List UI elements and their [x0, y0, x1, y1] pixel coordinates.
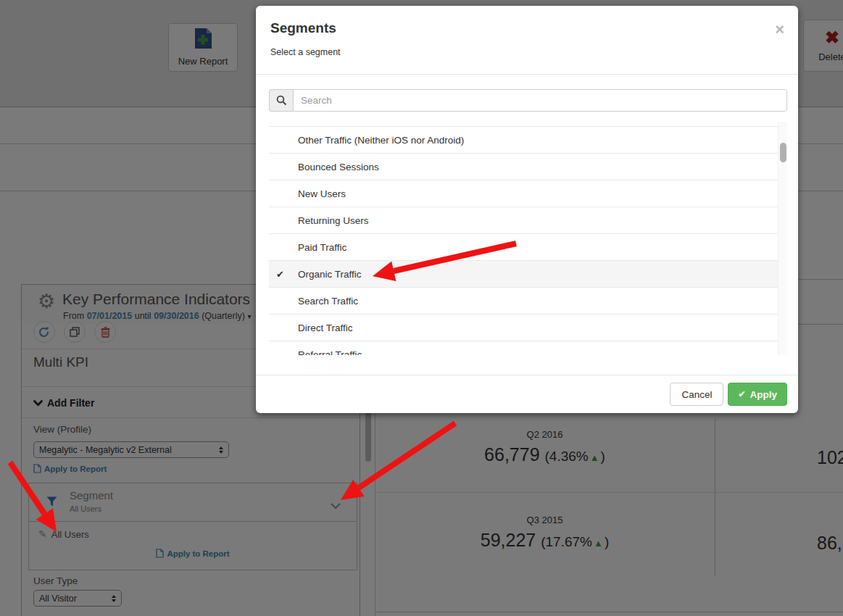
cancel-button[interactable]: Cancel: [670, 383, 723, 406]
modal-title: Segments: [270, 20, 784, 36]
search-input[interactable]: [293, 89, 787, 112]
list-item-selected[interactable]: ✔ Organic Traffic: [269, 261, 778, 288]
check-icon: ✔: [276, 269, 284, 280]
segment-list: Other Traffic (Neither iOS nor Android) …: [269, 122, 778, 355]
modal-footer: Cancel ✔ Apply: [256, 375, 798, 413]
list-item[interactable]: New Users: [269, 180, 778, 207]
search-icon: [276, 95, 287, 106]
list-item[interactable]: Referral Traffic: [269, 341, 778, 355]
search-addon: [269, 89, 293, 112]
modal-subtitle: Select a segment: [270, 47, 784, 57]
list-item[interactable]: Search Traffic: [269, 288, 778, 315]
apply-button[interactable]: ✔ Apply: [728, 383, 787, 406]
modal-header: Segments Select a segment: [256, 6, 798, 75]
close-icon[interactable]: ×: [775, 22, 784, 38]
list-item[interactable]: Other Traffic (Neither iOS nor Android): [269, 127, 778, 154]
segment-search: [269, 89, 787, 112]
list-item[interactable]: Returning Users: [269, 207, 778, 234]
list-item[interactable]: Bounced Sessions: [269, 154, 778, 180]
list-item-partial[interactable]: [269, 122, 778, 127]
page: New Report ✖ Delete ⚙ Key Performance In…: [0, 0, 843, 616]
list-item[interactable]: Direct Traffic: [269, 315, 778, 341]
list-scrollbar-track[interactable]: [778, 122, 787, 355]
list-item[interactable]: Paid Traffic: [269, 234, 778, 261]
segments-modal: Segments Select a segment × Other Traffi…: [256, 6, 798, 413]
list-scrollbar-thumb[interactable]: [780, 143, 786, 162]
check-icon: ✔: [738, 389, 745, 399]
